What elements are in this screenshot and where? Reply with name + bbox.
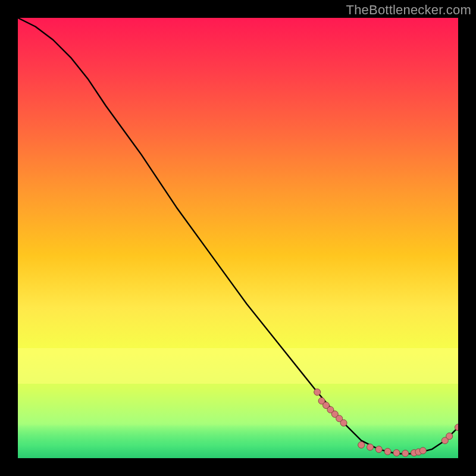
watermark-text: TheBottlenecker.com (346, 2, 471, 18)
chart-stage: TheBottlenecker.com (0, 0, 476, 476)
plot-area (18, 18, 458, 458)
